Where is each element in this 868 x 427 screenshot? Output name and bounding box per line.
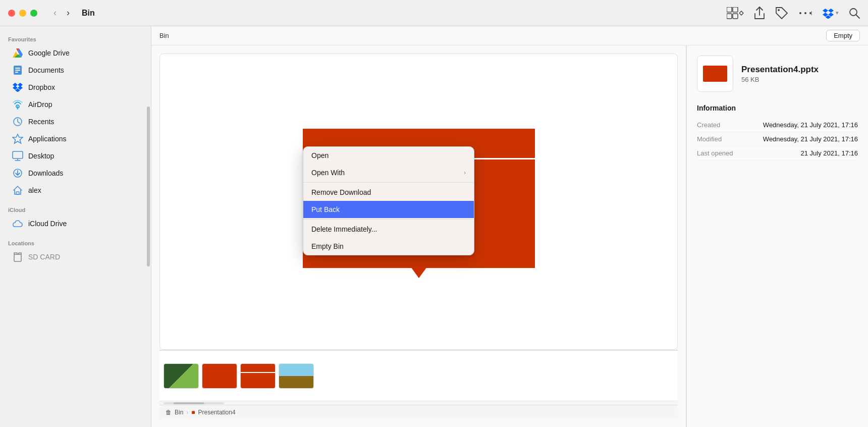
icloud-icon bbox=[12, 218, 23, 229]
forward-button[interactable]: › bbox=[63, 6, 74, 20]
applications-icon bbox=[12, 133, 23, 144]
sidebar-item-applications[interactable]: Applications bbox=[4, 130, 147, 147]
applications-label: Applications bbox=[28, 135, 67, 143]
modified-value: Wednesday, 21 July 2021, 17:16 bbox=[763, 135, 858, 143]
breadcrumb-file: Presentation4 bbox=[198, 409, 236, 416]
alex-label: alex bbox=[28, 186, 41, 194]
svg-point-5 bbox=[799, 12, 801, 14]
documents-icon bbox=[12, 65, 23, 76]
toolbar-icons: ▾ bbox=[727, 7, 860, 20]
svg-rect-11 bbox=[15, 68, 20, 69]
context-divider-1 bbox=[303, 182, 474, 183]
search-button[interactable] bbox=[849, 8, 860, 19]
context-open-with[interactable]: Open With › bbox=[303, 164, 474, 181]
content-area: Bin Empty bbox=[151, 26, 868, 427]
thumbnail-1[interactable] bbox=[164, 363, 199, 389]
dropbox-button[interactable]: ▾ bbox=[823, 8, 839, 19]
icloud-label: iCloud bbox=[0, 203, 151, 215]
context-empty-bin[interactable]: Empty Bin bbox=[303, 238, 474, 255]
svg-rect-12 bbox=[15, 70, 20, 71]
tag-button[interactable] bbox=[775, 7, 788, 20]
svg-rect-1 bbox=[733, 7, 738, 12]
google-drive-label: Google Drive bbox=[28, 49, 70, 57]
content-header: Bin Empty bbox=[151, 26, 868, 45]
sidebar-item-sd-card[interactable]: SD CARD bbox=[4, 248, 147, 265]
created-label: Created bbox=[697, 121, 720, 129]
downloads-label: Downloads bbox=[28, 169, 63, 177]
maximize-button[interactable] bbox=[30, 10, 37, 17]
favourites-label: Favourites bbox=[0, 32, 151, 44]
more-button[interactable] bbox=[798, 8, 812, 18]
view-switcher[interactable] bbox=[727, 7, 744, 19]
folder-name: Bin bbox=[159, 32, 169, 39]
info-row-created: Created Wednesday, 21 July 2021, 17:16 bbox=[697, 118, 858, 132]
file-size: 56 KB bbox=[741, 76, 819, 83]
context-delete-immediately[interactable]: Delete Immediately... bbox=[303, 221, 474, 238]
svg-rect-3 bbox=[733, 14, 738, 19]
back-button[interactable]: ‹ bbox=[49, 6, 61, 20]
info-section-title: Information bbox=[697, 104, 858, 112]
traffic-lights bbox=[8, 10, 37, 17]
info-row-last-opened: Last opened 21 July 2021, 17:16 bbox=[697, 146, 858, 161]
dropbox-label: Dropbox bbox=[28, 83, 55, 91]
sidebar-item-icloud-drive[interactable]: iCloud Drive bbox=[4, 215, 147, 232]
sidebar-item-documents[interactable]: Documents bbox=[4, 62, 147, 79]
sidebar-item-google-drive[interactable]: Google Drive bbox=[4, 44, 147, 62]
sd-card-label: SD CARD bbox=[28, 253, 60, 261]
last-opened-value: 21 July 2021, 17:16 bbox=[801, 149, 858, 157]
info-row-modified: Modified Wednesday, 21 July 2021, 17:16 bbox=[697, 132, 858, 146]
desktop-icon bbox=[12, 150, 23, 162]
main-container: Favourites Google Drive bbox=[0, 26, 868, 427]
pptx-small-icon: ■ bbox=[191, 409, 195, 416]
sidebar-item-airdrop[interactable]: AirDrop bbox=[4, 96, 147, 113]
last-opened-label: Last opened bbox=[697, 149, 733, 157]
thumbnail-strip bbox=[159, 350, 678, 401]
downloads-icon bbox=[12, 168, 23, 179]
title-bar: ‹ › Bin bbox=[0, 0, 868, 26]
context-divider-2 bbox=[303, 219, 474, 220]
sidebar-scrollbar[interactable] bbox=[146, 26, 150, 427]
slide-pointer bbox=[411, 267, 427, 278]
context-put-back[interactable]: Put Back bbox=[303, 201, 474, 218]
info-panel: Presentation4.pptx 56 KB Information Cre… bbox=[686, 45, 868, 427]
minimize-button[interactable] bbox=[19, 10, 26, 17]
thumbnail-2[interactable] bbox=[202, 363, 237, 389]
thumbnail-4[interactable] bbox=[279, 363, 314, 389]
modified-label: Modified bbox=[697, 135, 722, 143]
sidebar-item-desktop[interactable]: Desktop bbox=[4, 147, 147, 165]
share-button[interactable] bbox=[754, 7, 765, 20]
svg-point-6 bbox=[804, 12, 806, 14]
sidebar-item-downloads[interactable]: Downloads bbox=[4, 165, 147, 182]
google-drive-icon bbox=[12, 47, 23, 59]
breadcrumb-separator: › bbox=[186, 409, 188, 416]
context-open[interactable]: Open bbox=[303, 147, 474, 164]
context-menu: Open Open With › Remove Download Put Bac… bbox=[303, 146, 474, 255]
thumbnail-3[interactable] bbox=[240, 363, 276, 389]
recents-label: Recents bbox=[28, 118, 54, 126]
file-header: Presentation4.pptx 56 KB bbox=[697, 56, 858, 92]
close-button[interactable] bbox=[8, 10, 15, 17]
desktop-label: Desktop bbox=[28, 152, 54, 160]
context-remove-download[interactable]: Remove Download bbox=[303, 184, 474, 201]
svg-rect-13 bbox=[15, 72, 18, 73]
window-title: Bin bbox=[82, 9, 95, 18]
svg-rect-0 bbox=[727, 7, 732, 12]
recents-icon bbox=[12, 116, 23, 127]
file-icon-large bbox=[697, 56, 733, 92]
content-body: 🗑 Bin › ■ Presentation4 Open Open With › bbox=[151, 45, 868, 427]
documents-label: Documents bbox=[28, 66, 64, 74]
sidebar: Favourites Google Drive bbox=[0, 26, 151, 427]
airdrop-icon bbox=[12, 99, 23, 110]
home-icon bbox=[12, 185, 23, 196]
empty-button[interactable]: Empty bbox=[826, 30, 860, 41]
sd-card-icon bbox=[12, 251, 23, 262]
sidebar-item-recents[interactable]: Recents bbox=[4, 113, 147, 130]
breadcrumb-bin: Bin bbox=[175, 409, 183, 416]
sidebar-item-alex[interactable]: alex bbox=[4, 182, 147, 199]
svg-rect-23 bbox=[14, 254, 21, 261]
dropbox-sidebar-icon bbox=[12, 82, 23, 93]
open-with-arrow: › bbox=[464, 169, 466, 176]
sidebar-item-dropbox[interactable]: Dropbox bbox=[4, 79, 147, 96]
svg-marker-17 bbox=[13, 134, 23, 143]
created-value: Wednesday, 21 July 2021, 17:16 bbox=[763, 121, 858, 129]
